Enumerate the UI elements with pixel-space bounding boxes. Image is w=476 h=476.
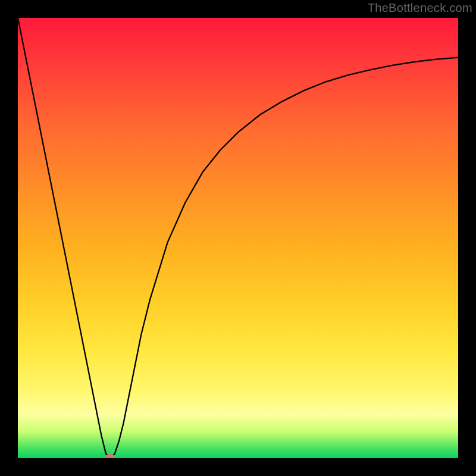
watermark-text: TheBottleneck.com (368, 1, 472, 15)
minimum-marker (105, 454, 115, 458)
curve-svg (18, 18, 458, 458)
plot-area (18, 18, 458, 458)
chart-frame: TheBottleneck.com (0, 0, 476, 476)
bottleneck-curve (18, 18, 458, 458)
